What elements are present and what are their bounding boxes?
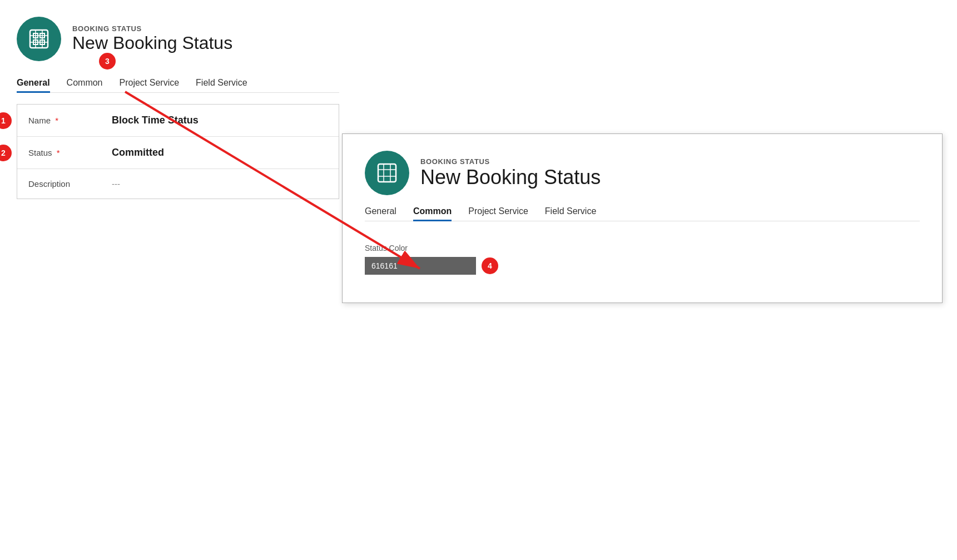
form-row-description: Description --- xyxy=(17,169,339,199)
tabs-left: General Common Project Service Field Ser… xyxy=(17,78,339,93)
right-panel: BOOKING STATUS New Booking Status Genera… xyxy=(342,133,943,303)
booking-title-left: New Booking Status xyxy=(72,33,232,53)
svg-rect-9 xyxy=(378,164,396,182)
avatar-left xyxy=(17,17,61,61)
left-header: BOOKING STATUS New Booking Status xyxy=(17,17,339,61)
required-star-status: * xyxy=(57,148,60,157)
status-color-input[interactable] xyxy=(365,257,476,275)
tab-field-service-right[interactable]: Field Service xyxy=(545,206,596,221)
svg-rect-0 xyxy=(30,30,48,48)
field-label-status: Status * xyxy=(28,148,112,157)
row-number-2: 2 xyxy=(0,145,12,161)
booking-label-left: BOOKING STATUS xyxy=(72,24,232,33)
step4-badge: 4 xyxy=(482,257,498,274)
form-row-name: 1 Name * Block Time Status xyxy=(17,105,339,137)
tab-general-left[interactable]: General xyxy=(17,78,50,92)
field-value-name: Block Time Status xyxy=(112,115,199,126)
left-panel: BOOKING STATUS New Booking Status 3 Gene… xyxy=(17,17,339,199)
field-value-description: --- xyxy=(112,179,120,189)
tabs-right: General Common Project Service Field Ser… xyxy=(365,206,920,221)
tab-common-right[interactable]: Common xyxy=(413,206,452,221)
tab-project-service-right[interactable]: Project Service xyxy=(468,206,528,221)
status-color-label: Status Color xyxy=(365,244,920,252)
form-area: 1 Name * Block Time Status 2 Status * Co… xyxy=(17,104,339,199)
booking-label-right: BOOKING STATUS xyxy=(420,157,601,166)
field-value-status: Committed xyxy=(112,147,164,158)
tab-project-service-left[interactable]: Project Service xyxy=(120,78,180,92)
header-text-left: BOOKING STATUS New Booking Status xyxy=(72,24,232,53)
tab-common-left[interactable]: Common xyxy=(67,78,103,92)
booking-title-right: New Booking Status xyxy=(420,166,601,189)
status-color-box: 4 xyxy=(365,257,920,275)
avatar-right xyxy=(365,151,409,195)
status-color-section: Status Color 4 xyxy=(365,232,920,286)
step3-badge: 3 xyxy=(99,53,116,70)
field-label-description: Description xyxy=(28,179,112,189)
right-header: BOOKING STATUS New Booking Status xyxy=(365,151,920,195)
tab-field-service-left[interactable]: Field Service xyxy=(196,78,247,92)
row-number-1: 1 xyxy=(0,112,12,129)
tab-general-right[interactable]: General xyxy=(365,206,396,221)
form-row-status: 2 Status * Committed xyxy=(17,137,339,169)
required-star-name: * xyxy=(55,116,58,125)
field-label-name: Name * xyxy=(28,116,112,125)
header-text-right: BOOKING STATUS New Booking Status xyxy=(420,157,601,189)
